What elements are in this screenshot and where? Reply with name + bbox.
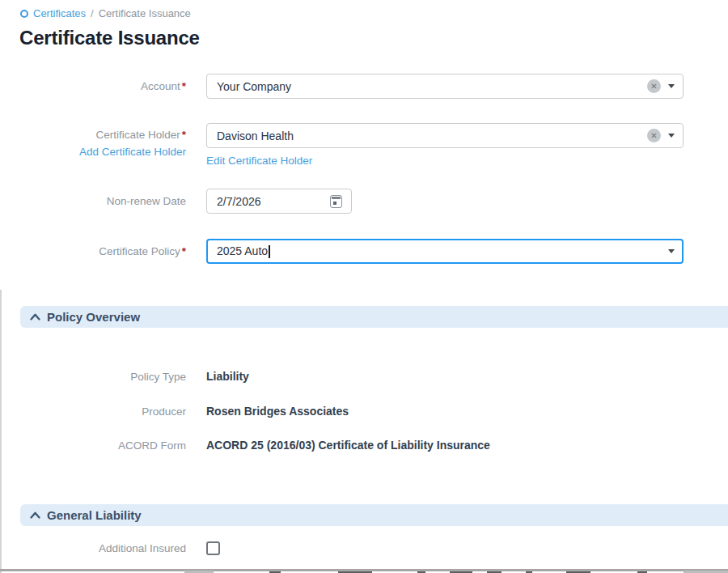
section-title: General Liability <box>47 508 142 522</box>
section-policy-overview-header[interactable]: Policy Overview <box>20 306 728 328</box>
certificates-ring-icon <box>20 10 28 18</box>
policy-type-label: Policy Type <box>20 371 186 383</box>
acord-form-label: ACORD Form <box>20 439 186 452</box>
required-asterisk: * <box>182 80 186 92</box>
acord-form-row: ACORD Form ACORD 25 (2016/03) Certificat… <box>20 437 490 453</box>
calendar-icon[interactable] <box>329 194 343 209</box>
chevron-up-icon <box>30 313 40 320</box>
text-cursor <box>269 245 270 258</box>
section-title: Policy Overview <box>47 310 140 324</box>
additional-insured-label: Additional Insured <box>20 542 186 554</box>
non-renew-date-label-text: Non-renew Date <box>107 195 186 207</box>
edit-certificate-holder-link[interactable]: Edit Certificate Holder <box>206 155 312 167</box>
breadcrumb-current: Certificate Issuance <box>99 7 191 19</box>
window-left-edge <box>0 290 2 573</box>
account-row: Account* Your Company ✕ <box>20 74 684 99</box>
account-select[interactable]: Your Company ✕ <box>206 74 684 99</box>
non-renew-date-input[interactable]: 2/7/2026 <box>206 189 352 214</box>
chevron-down-icon[interactable] <box>668 134 675 138</box>
account-label-text: Account <box>141 80 180 92</box>
producer-value: Rosen Bridges Associates <box>206 405 349 418</box>
clear-icon[interactable]: ✕ <box>647 129 661 142</box>
section-general-liability-header[interactable]: General Liability <box>20 504 728 526</box>
chevron-up-icon <box>30 511 40 519</box>
acord-form-value: ACORD 25 (2016/03) Certificate of Liabil… <box>206 439 490 452</box>
certificate-issuance-page: Certificates / Certificate Issuance Cert… <box>0 0 728 573</box>
add-certificate-holder-link[interactable]: Add Certificate Holder <box>79 146 186 158</box>
policy-type-value: Liability <box>206 370 249 383</box>
policy-type-row: Policy Type Liability <box>20 368 249 384</box>
breadcrumb-separator: / <box>91 7 94 19</box>
breadcrumb: Certificates / Certificate Issuance <box>20 7 191 19</box>
breadcrumb-certificates-link[interactable]: Certificates <box>33 7 86 19</box>
certificate-policy-label-text: Certificate Policy <box>99 245 180 257</box>
required-asterisk: * <box>182 245 186 257</box>
non-renew-date-value: 2/7/2026 <box>217 195 329 208</box>
page-title: Certificate Issuance <box>19 27 200 49</box>
certificate-holder-label-text: Certificate Holder <box>95 129 180 141</box>
certificate-holder-value: Davison Health <box>217 129 647 142</box>
additional-insured-row: Additional Insured <box>20 541 220 555</box>
certificate-policy-label: Certificate Policy* <box>20 245 186 257</box>
certificate-policy-value: 2025 Auto <box>217 244 661 258</box>
certificate-policy-row: Certificate Policy* 2025 Auto <box>20 239 684 264</box>
account-value: Your Company <box>217 80 647 93</box>
non-renew-date-row: Non-renew Date 2/7/2026 <box>20 189 352 214</box>
certificate-holder-label: Certificate Holder* <box>20 123 186 141</box>
non-renew-date-label: Non-renew Date <box>20 195 186 207</box>
certificate-holder-row: Certificate Holder* Add Certificate Hold… <box>20 123 684 168</box>
additional-insured-checkbox[interactable] <box>206 541 220 555</box>
chevron-down-icon[interactable] <box>668 84 675 88</box>
producer-label: Producer <box>20 405 186 418</box>
certificate-policy-select[interactable]: 2025 Auto <box>206 239 684 264</box>
producer-row: Producer Rosen Bridges Associates <box>20 403 349 419</box>
required-asterisk: * <box>182 129 186 141</box>
account-label: Account* <box>20 80 186 92</box>
certificate-holder-select[interactable]: Davison Health ✕ <box>206 123 684 148</box>
clear-icon[interactable]: ✕ <box>647 79 661 93</box>
chevron-down-icon[interactable] <box>668 249 675 253</box>
